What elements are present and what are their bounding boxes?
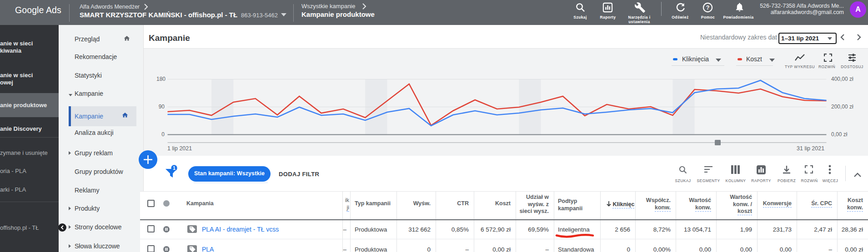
svg-text:1: 1 xyxy=(173,165,176,171)
svg-text:?: ? xyxy=(706,5,710,11)
